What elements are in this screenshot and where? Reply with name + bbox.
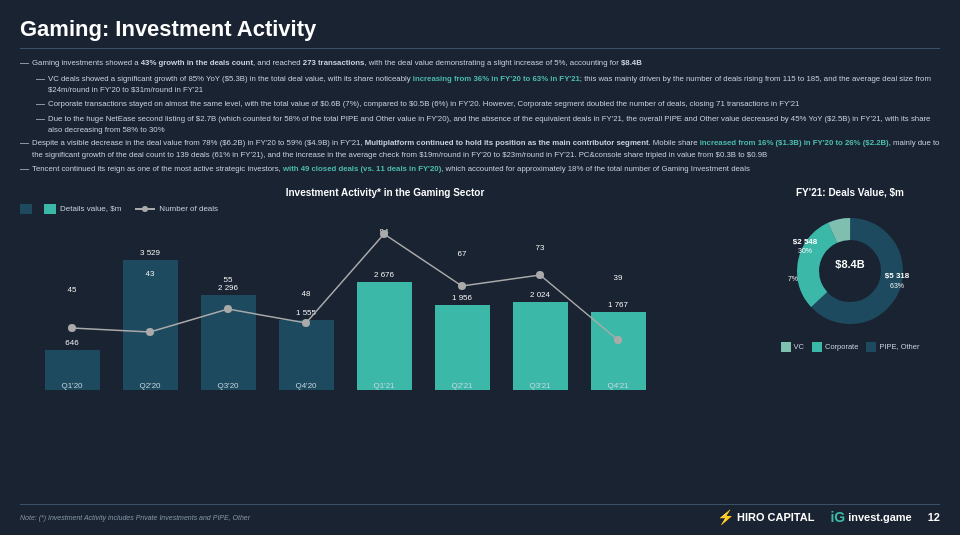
legend-deals-value-label: Details value, $m (60, 204, 121, 213)
bullet-1-sub-1-text: VC deals showed a significant growth of … (48, 73, 940, 96)
bar-q1-21-value: 2 676 (374, 270, 395, 279)
xlabel-q4-21: Q4'21 (607, 381, 629, 390)
bar-q2-20 (123, 260, 178, 390)
invest-icon: iG (830, 509, 845, 525)
bar-q3-21-value: 2 024 (530, 290, 551, 299)
deals-q2-21: 67 (458, 249, 467, 258)
dash-3: — (20, 163, 32, 176)
donut-corp-pct: 7% (788, 275, 798, 282)
dot-q3-21 (536, 271, 544, 279)
deals-q2-20: 43 (146, 269, 155, 278)
donut-legend-vc-label: VC (794, 342, 804, 351)
donut-legend-corp-label: Corporate (825, 342, 858, 351)
deals-q1-20: 45 (68, 285, 77, 294)
invest-label: invest.game (848, 511, 912, 523)
dot-q2-20 (146, 328, 154, 336)
bar-q3-21 (513, 302, 568, 390)
dash-1: — (20, 57, 32, 70)
legend-deals-count-label: Number of deals (159, 204, 218, 213)
content-area: Investment Activity* in the Gaming Secto… (20, 187, 940, 500)
donut-legend-pipe-label: PIPE, Other (879, 342, 919, 351)
donut-legend-corp-box (812, 342, 822, 352)
chart-section: Investment Activity* in the Gaming Secto… (20, 187, 750, 500)
bar-chart-svg: 646 45 3 529 43 2 296 55 1 555 48 (20, 220, 750, 395)
dash-1-1: — (36, 73, 48, 86)
donut-legend-corp: Corporate (812, 342, 858, 352)
hiro-capital-logo: ⚡ HIRO CAPITAL (717, 509, 814, 525)
bullet-1: — Gaming investments showed a 43% growth… (20, 57, 940, 70)
dot-q1-21 (380, 230, 388, 238)
bullet-1-sub-2: — Corporate transactions stayed on almos… (36, 98, 940, 111)
bullet-2: — Despite a visible decrease in the deal… (20, 137, 940, 160)
bar-q2-21-value: 1 956 (452, 293, 473, 302)
chart-title: Investment Activity* in the Gaming Secto… (20, 187, 750, 198)
footer: Note: (*) Investment Activity includes P… (20, 504, 940, 525)
deals-q3-21: 73 (536, 243, 545, 252)
donut-container: $8.4B $2 548 30% 7% $5 318 63% (785, 206, 915, 336)
bar-q1-21 (357, 282, 412, 390)
hiro-label: HIRO CAPITAL (737, 511, 814, 523)
dash-2: — (20, 137, 32, 150)
dot-q3-20 (224, 305, 232, 313)
bullet-1-sub-1: — VC deals showed a significant growth o… (36, 73, 940, 96)
donut-svg: $8.4B $2 548 30% 7% $5 318 63% (785, 206, 915, 336)
bullets-section: — Gaming investments showed a 43% growth… (20, 57, 940, 179)
xlabel-q2-20: Q2'20 (139, 381, 161, 390)
bullet-1-sub-3-text: Due to the huge NetEase second listing o… (48, 113, 940, 136)
dot-q2-21 (458, 282, 466, 290)
bullet-2-text: Despite a visible decrease in the deal v… (32, 137, 940, 160)
invest-game-logo: iG invest.game (830, 509, 911, 525)
bar-q4-20 (279, 320, 334, 390)
legend-line (135, 208, 155, 210)
hiro-icon: ⚡ (717, 509, 734, 525)
legend-deals-value: Details value, $m (20, 204, 121, 214)
donut-title: FY'21: Deals Value, $m (796, 187, 904, 198)
bullet-3: — Tencent continued its reign as one of … (20, 163, 940, 176)
dot-q4-20 (302, 319, 310, 327)
page: Gaming: Investment Activity — Gaming inv… (0, 0, 960, 535)
bar-q1-20-value: 646 (65, 338, 79, 347)
xlabel-q2-21: Q2'21 (451, 381, 473, 390)
bar-q3-20-value: 2 296 (218, 283, 239, 292)
bar-chart-wrapper: 646 45 3 529 43 2 296 55 1 555 48 (20, 220, 750, 500)
footer-note: Note: (*) Investment Activity includes P… (20, 514, 250, 521)
bullet-1-sub-3: — Due to the huge NetEase second listing… (36, 113, 940, 136)
legend-vc-box (20, 204, 32, 214)
donut-pipe-value: $2 548 (793, 237, 818, 246)
legend-deals-count: Number of deals (135, 204, 218, 213)
donut-pipe-pct: 30% (798, 247, 812, 254)
donut-legend-pipe-box (866, 342, 876, 352)
dot-q4-21 (614, 336, 622, 344)
deals-q4-21: 39 (614, 273, 623, 282)
bullet-1-text: Gaming investments showed a 43% growth i… (32, 57, 642, 68)
dot-q1-20 (68, 324, 76, 332)
bar-q4-21-value: 1 767 (608, 300, 629, 309)
xlabel-q1-20: Q1'20 (61, 381, 83, 390)
page-number: 12 (928, 511, 940, 523)
donut-center-label: $8.4B (835, 258, 864, 270)
bar-q2-21 (435, 305, 490, 390)
donut-legend: VC Corporate PIPE, Other (781, 342, 920, 352)
xlabel-q4-20: Q4'20 (295, 381, 317, 390)
donut-section: FY'21: Deals Value, $m (760, 187, 940, 500)
bullet-1-sub-2-text: Corporate transactions stayed on almost … (48, 98, 799, 109)
bullet-3-text: Tencent continued its reign as one of th… (32, 163, 750, 174)
xlabel-q1-21: Q1'21 (373, 381, 395, 390)
chart-legend: Details value, $m Number of deals (20, 204, 750, 214)
donut-vc-pct: 63% (890, 282, 904, 289)
bar-q2-20-value: 3 529 (140, 248, 161, 257)
legend-multi-box (44, 204, 56, 214)
dash-1-3: — (36, 113, 48, 126)
donut-vc-value: $5 318 (885, 271, 910, 280)
xlabel-q3-21: Q3'21 (529, 381, 551, 390)
donut-legend-pipe: PIPE, Other (866, 342, 919, 352)
donut-legend-vc-box (781, 342, 791, 352)
footer-logos: ⚡ HIRO CAPITAL iG invest.game 12 (717, 509, 940, 525)
deals-q4-20: 48 (302, 289, 311, 298)
xlabel-q3-20: Q3'20 (217, 381, 239, 390)
page-title: Gaming: Investment Activity (20, 16, 940, 49)
deals-q3-20: 55 (224, 275, 233, 284)
dash-1-2: — (36, 98, 48, 111)
bar-q4-20-value: 1 555 (296, 308, 317, 317)
donut-center-circle (820, 241, 880, 301)
